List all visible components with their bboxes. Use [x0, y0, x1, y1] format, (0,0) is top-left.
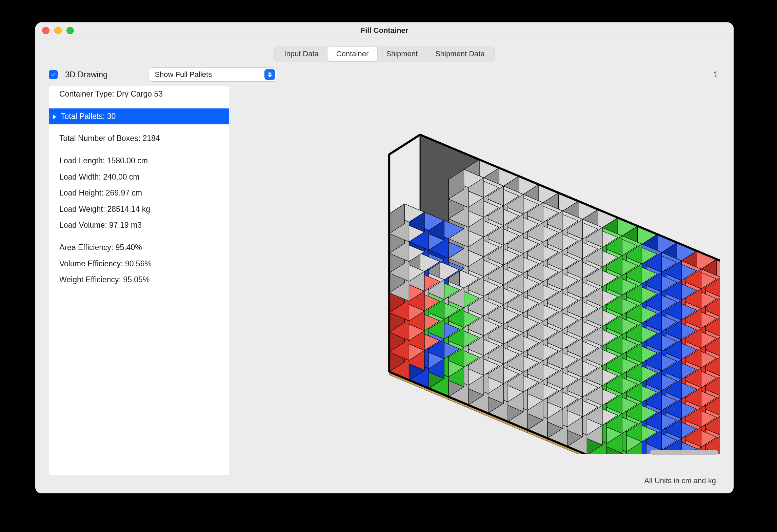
tab-shipment[interactable]: Shipment [377, 47, 426, 61]
horizontal-scrollbar[interactable] [650, 450, 718, 455]
container-3d-svg [229, 107, 720, 454]
info-load-length: Load Length: 1580.00 cm [49, 153, 229, 169]
tab-container[interactable]: Container [327, 47, 377, 61]
controls-row: 3D Drawing Show Full Pallets 1 [35, 65, 734, 86]
info-total-pallets[interactable]: Total Pallets: 30 [49, 108, 229, 125]
app-window: Fill Container Input Data Container Ship… [35, 22, 734, 493]
container-3d-view[interactable] [229, 86, 720, 475]
select-display-mode-value: Show Full Pallets [155, 70, 263, 79]
info-total-pallets-label: Total Pallets: 30 [61, 110, 116, 123]
info-container-type: Container Type: Dry Cargo 53 [49, 86, 229, 102]
info-load-width: Load Width: 240.00 cm [49, 169, 229, 185]
minimize-window-button[interactable] [54, 27, 62, 34]
titlebar: Fill Container [35, 22, 734, 39]
units-note: All Units in cm and kg. [35, 476, 734, 493]
checkbox-3d-drawing[interactable] [49, 70, 58, 79]
updown-icon [264, 69, 275, 80]
close-window-button[interactable] [42, 27, 49, 34]
info-area-eff: Area Efficiency: 95.40% [49, 240, 229, 256]
info-load-weight: Load Weight: 28514.14 kg [49, 201, 229, 218]
tab-bar: Input Data Container Shipment Shipment D… [35, 39, 734, 65]
tab-shipment-data[interactable]: Shipment Data [426, 47, 494, 61]
window-controls [35, 27, 74, 34]
info-load-height: Load Height: 269.97 cm [49, 185, 229, 201]
info-weight-eff: Weight Efficiency: 95.05% [49, 272, 229, 288]
select-display-mode[interactable]: Show Full Pallets [149, 67, 277, 82]
page-number: 1 [714, 70, 720, 79]
tab-input-data[interactable]: Input Data [275, 47, 327, 61]
info-total-boxes: Total Number of Boxes: 2184 [49, 130, 229, 147]
info-panel[interactable]: Container Type: Dry Cargo 53 Total Palle… [49, 86, 229, 475]
zoom-window-button[interactable] [66, 27, 74, 34]
window-title: Fill Container [35, 26, 734, 35]
segmented-control: Input Data Container Shipment Shipment D… [274, 46, 494, 62]
check-icon [50, 71, 56, 78]
checkbox-3d-drawing-label: 3D Drawing [65, 70, 107, 79]
body-area: Container Type: Dry Cargo 53 Total Palle… [35, 86, 734, 478]
info-volume-eff: Volume Efficiency: 90.56% [49, 256, 229, 272]
chevron-right-icon [53, 110, 59, 123]
info-load-volume: Load Volume: 97.19 m3 [49, 217, 229, 233]
